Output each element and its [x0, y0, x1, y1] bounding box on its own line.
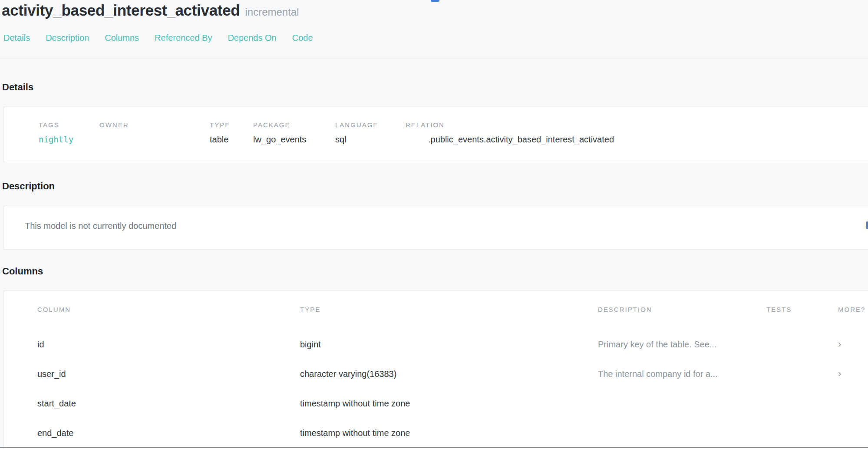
header-type: TYPE: [300, 305, 598, 314]
header-description: DESCRIPTION: [598, 305, 766, 314]
nav-link-depends-on[interactable]: Depends On: [228, 33, 276, 43]
column-name: id: [37, 340, 300, 350]
column-name: start_date: [37, 399, 300, 409]
section-nav: Details Description Columns Referenced B…: [0, 33, 868, 43]
package-label: PACKAGE: [253, 121, 335, 129]
column-description: Primary key of the table. See...: [598, 340, 766, 350]
details-field-type: TYPE table: [210, 121, 253, 163]
chevron-right-icon[interactable]: ›: [821, 369, 868, 379]
package-value: lw_go_events: [253, 134, 335, 145]
column-type: character varying(16383): [300, 369, 598, 379]
column-type: timestamp without time zone: [300, 428, 598, 438]
tags-label: TAGS: [39, 121, 99, 129]
details-field-tags: TAGS nightly: [39, 121, 99, 163]
details-section-heading: Details: [0, 82, 868, 93]
column-description: The internal company id for a...: [598, 369, 766, 379]
details-field-relation: RELATION .public_events.activity_based_i…: [406, 121, 868, 163]
table-row-id[interactable]: id bigint Primary key of the table. See.…: [37, 330, 868, 359]
relation-label: RELATION: [406, 121, 868, 129]
nav-link-details[interactable]: Details: [3, 33, 30, 43]
materialization-badge: incremental: [245, 6, 299, 18]
type-value: table: [210, 134, 253, 145]
viewport-bottom-edge: [0, 447, 868, 448]
type-label: TYPE: [210, 121, 253, 129]
columns-table-header: COLUMN TYPE DESCRIPTION TESTS MORE?: [37, 305, 868, 330]
header-more: MORE?: [821, 305, 868, 314]
columns-table-card: COLUMN TYPE DESCRIPTION TESTS MORE? id b…: [3, 290, 868, 449]
relation-value: .public_events.activity_based_interest_a…: [406, 134, 868, 145]
cutoff-top-button-fragment[interactable]: [431, 0, 439, 2]
chevron-right-icon[interactable]: ›: [821, 340, 868, 349]
details-field-language: LANGUAGE sql: [335, 121, 406, 163]
header-tests: TESTS: [766, 305, 821, 314]
nav-link-columns[interactable]: Columns: [105, 33, 139, 43]
language-label: LANGUAGE: [335, 121, 406, 129]
description-card: This model is not currently documented: [3, 205, 868, 250]
table-row-start-date[interactable]: start_date timestamp without time zone: [37, 389, 868, 418]
nav-link-referenced-by[interactable]: Referenced By: [155, 33, 212, 43]
owner-label: OWNER: [99, 121, 210, 129]
description-section-heading: Description: [0, 181, 868, 192]
page-header: activity_based_interest_activated increm…: [0, 0, 868, 19]
cutoff-edit-button-fragment[interactable]: [866, 221, 868, 229]
column-name: user_id: [37, 369, 300, 379]
nav-link-description[interactable]: Description: [46, 33, 89, 43]
tag-nightly[interactable]: nightly: [39, 134, 99, 145]
table-row-end-date[interactable]: end_date timestamp without time zone: [37, 418, 868, 448]
details-field-package: PACKAGE lw_go_events: [253, 121, 335, 163]
model-docs-page: activity_based_interest_activated increm…: [0, 0, 868, 449]
description-text: This model is not currently documented: [25, 221, 868, 231]
details-field-owner: OWNER: [99, 121, 210, 163]
column-type: timestamp without time zone: [300, 399, 598, 409]
table-row-user-id[interactable]: user_id character varying(16383) The int…: [37, 359, 868, 389]
details-card: TAGS nightly OWNER TYPE table PACKAGE lw…: [3, 106, 868, 163]
page-title: activity_based_interest_activated: [2, 2, 240, 19]
column-type: bigint: [300, 340, 598, 350]
column-name: end_date: [37, 428, 300, 438]
columns-section-heading: Columns: [0, 266, 868, 277]
nav-link-code[interactable]: Code: [292, 33, 313, 43]
header-column: COLUMN: [37, 305, 300, 314]
header-divider: [0, 58, 868, 58]
language-value: sql: [335, 134, 406, 145]
